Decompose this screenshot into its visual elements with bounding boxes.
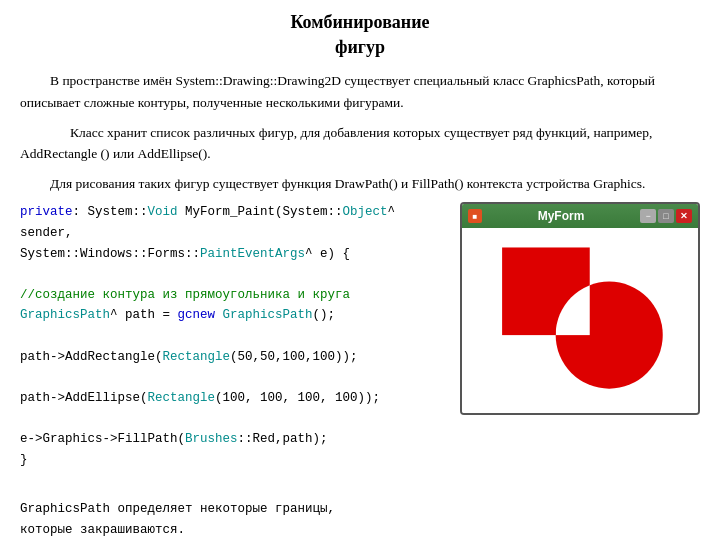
- window-titlebar: ■ MyForm − □ ✕: [462, 204, 698, 228]
- window-preview: ■ MyForm − □ ✕: [460, 202, 700, 415]
- minimize-button[interactable]: −: [640, 209, 656, 223]
- code-blank-2: [20, 326, 450, 347]
- code-blank-3: [20, 367, 450, 388]
- code-line-4: path->AddRectangle(Rectangle(50,50,100,1…: [20, 347, 450, 368]
- paragraph-1: В пространстве имён System::Drawing::Dra…: [20, 70, 700, 113]
- window-controls[interactable]: − □ ✕: [640, 209, 692, 223]
- code-line-6: e->Graphics->FillPath(Brushes::Red,path)…: [20, 429, 450, 450]
- window-title: MyForm: [482, 209, 640, 223]
- window-icon: ■: [468, 209, 482, 223]
- paragraph-2: Класс хранит список различных фигур, для…: [20, 122, 700, 165]
- code-blank-1: [20, 264, 450, 285]
- paragraph-3: Для рисования таких фигур существует фун…: [20, 173, 700, 195]
- shapes-svg: [462, 228, 698, 413]
- maximize-button[interactable]: □: [658, 209, 674, 223]
- code-line-5: path->AddEllipse(Rectangle(100, 100, 100…: [20, 388, 450, 409]
- code-line-7: }: [20, 450, 450, 471]
- code-comment: //создание контура из прямоугольника и к…: [20, 285, 450, 306]
- close-button[interactable]: ✕: [676, 209, 692, 223]
- code-line-2: System::Windows::Forms::PaintEventArgs^ …: [20, 244, 450, 265]
- code-line-3: GraphicsPath^ path = gcnew GraphicsPath(…: [20, 305, 450, 326]
- page-title: Комбинирование фигур: [20, 10, 700, 60]
- footer-text: GraphicsPath определяет некоторые границ…: [20, 499, 450, 540]
- code-blank-4: [20, 409, 450, 430]
- code-line-1: private: System::Void MyForm_Paint(Syste…: [20, 202, 450, 243]
- window-body: [462, 228, 698, 413]
- code-blank-5: [20, 470, 450, 491]
- code-block: private: System::Void MyForm_Paint(Syste…: [20, 202, 450, 540]
